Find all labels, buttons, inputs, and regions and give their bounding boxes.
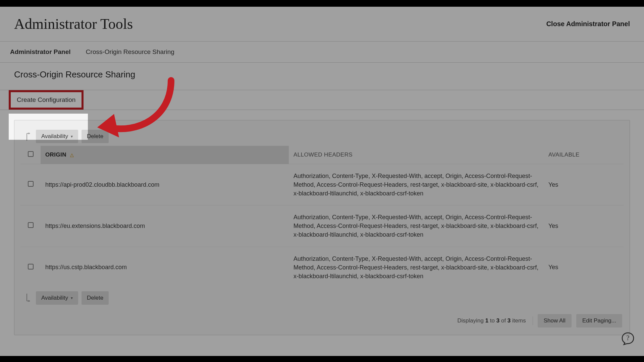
row-checkbox[interactable] [28, 181, 34, 187]
help-button[interactable]: ? [621, 332, 635, 345]
show-all-button[interactable]: Show All [538, 314, 572, 327]
column-allowed-headers[interactable]: ALLOWED HEADERS [289, 146, 544, 164]
column-available[interactable]: AVAILABLE [544, 146, 624, 164]
divider [533, 316, 533, 325]
content-area: Availability ▾ Delete ORIGIN △ [0, 110, 644, 349]
svg-text:?: ? [627, 334, 630, 342]
pagination-from: 1 [485, 317, 488, 324]
cors-table: ORIGIN △ ALLOWED HEADERS AVAILABLE https… [20, 146, 624, 288]
table-row: https://api-prod02.cloudbb.blackboard.co… [20, 164, 624, 205]
chevron-down-icon: ▾ [71, 296, 73, 300]
section-title: Cross-Origin Resource Sharing [14, 69, 630, 80]
delete-button-top[interactable]: Delete [82, 130, 109, 143]
breadcrumb-item-admin-panel[interactable]: Administrator Panel [10, 48, 71, 56]
sub-header: Cross-Origin Resource Sharing [0, 63, 644, 80]
row-checkbox[interactable] [28, 222, 34, 228]
select-all-header [20, 146, 41, 164]
action-bar: Create Configuration [0, 90, 644, 110]
availability-button-bottom[interactable]: Availability ▾ [36, 291, 78, 305]
page: Administrator Tools Close Administrator … [0, 7, 644, 356]
cell-origin[interactable]: https://api-prod02.cloudbb.blackboard.co… [41, 164, 289, 205]
letterbox-bottom [0, 356, 644, 362]
table-row: https://eu.extensions.blackboard.com Aut… [20, 205, 624, 247]
availability-label: Availability [41, 133, 68, 140]
header: Administrator Tools Close Administrator … [0, 7, 644, 42]
pagination-bar: Displaying 1 to 3 of 3 items Show All Ed… [20, 314, 624, 327]
pagination-suffix: items [511, 317, 526, 324]
close-admin-panel-link[interactable]: Close Administrator Panel [546, 20, 630, 28]
cell-origin[interactable]: https://eu.extensions.blackboard.com [41, 205, 289, 247]
cell-allowed-headers: Authorization, Content-Type, X-Requested… [289, 164, 544, 205]
table-row: https://us.cstp.blackboard.com Authoriza… [20, 247, 624, 288]
availability-label: Availability [41, 295, 68, 301]
fold-arrow-down-icon [24, 293, 33, 303]
select-all-checkbox[interactable] [28, 151, 34, 157]
pagination-prefix: Displaying [458, 317, 485, 324]
create-configuration-button[interactable]: Create Configuration [11, 92, 82, 108]
availability-button-top[interactable]: Availability ▾ [36, 130, 78, 143]
pagination-to: 3 [496, 317, 499, 324]
data-card: Availability ▾ Delete ORIGIN △ [14, 120, 630, 335]
pagination-status: Displaying 1 to 3 of 3 items [458, 317, 526, 324]
page-title: Administrator Tools [14, 15, 133, 33]
cell-available: Yes [544, 205, 624, 247]
pagination-of-word: of [499, 317, 507, 324]
fold-arrow-up-icon [24, 131, 33, 141]
chevron-down-icon: ▾ [71, 134, 73, 139]
breadcrumb-item-cors: Cross-Origin Resource Sharing [86, 48, 174, 56]
cell-allowed-headers: Authorization, Content-Type, X-Requested… [289, 205, 544, 247]
toolbar-bottom: Availability ▾ Delete [24, 291, 624, 305]
create-configuration-highlight: Create Configuration [0, 90, 84, 110]
delete-button-bottom[interactable]: Delete [82, 291, 109, 305]
toolbar-top: Availability ▾ Delete [24, 130, 624, 143]
pagination-to-word: to [488, 317, 496, 324]
highlight-frame: Create Configuration [9, 90, 84, 110]
cell-origin[interactable]: https://us.cstp.blackboard.com [41, 247, 289, 288]
edit-paging-button[interactable]: Edit Paging... [576, 314, 622, 327]
cell-allowed-headers: Authorization, Content-Type, X-Requested… [289, 247, 544, 288]
letterbox-top [0, 0, 644, 7]
pagination-total: 3 [507, 317, 511, 324]
breadcrumb: Administrator Panel Cross-Origin Resourc… [0, 42, 644, 63]
column-origin-label: ORIGIN [45, 152, 66, 158]
sort-asc-icon: △ [70, 152, 74, 158]
cell-available: Yes [544, 247, 624, 288]
row-checkbox[interactable] [28, 264, 34, 269]
cell-available: Yes [544, 164, 624, 205]
table-header-row: ORIGIN △ ALLOWED HEADERS AVAILABLE [20, 146, 624, 164]
column-origin[interactable]: ORIGIN △ [41, 146, 289, 164]
